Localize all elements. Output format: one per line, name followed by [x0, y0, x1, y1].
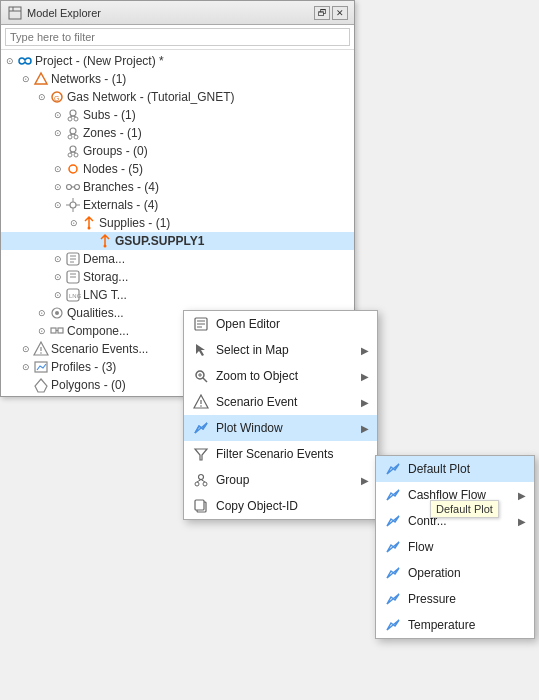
- svg-rect-44: [58, 328, 63, 333]
- tree-item-nodes[interactable]: ⊙ Nodes - (5): [1, 160, 354, 178]
- svg-text:G: G: [54, 95, 59, 102]
- window-title: Model Explorer: [27, 7, 101, 19]
- svg-point-7: [68, 117, 72, 121]
- lng-icon: LNG: [65, 287, 81, 303]
- submenu-item-pressure[interactable]: Pressure: [376, 586, 534, 612]
- tree-label-groups: Groups - (0): [83, 144, 148, 158]
- expand-gas-network[interactable]: ⊙: [35, 90, 49, 104]
- expand-storage[interactable]: ⊙: [51, 270, 65, 284]
- expand-profiles[interactable]: ⊙: [19, 360, 33, 374]
- copy-object-id-label: Copy Object-ID: [216, 499, 369, 513]
- svg-point-22: [67, 185, 72, 190]
- tree-label-supplies: Supplies - (1): [99, 216, 170, 230]
- storage-icon: [65, 269, 81, 285]
- svg-marker-50: [35, 379, 47, 392]
- svg-point-31: [104, 245, 107, 248]
- operation-icon: [384, 564, 402, 582]
- chart-icon: [192, 419, 210, 437]
- zoom-icon: [192, 367, 210, 385]
- svg-line-9: [70, 116, 73, 117]
- menu-item-select-in-map[interactable]: Select in Map ▶: [184, 337, 377, 363]
- temperature-label: Temperature: [408, 618, 526, 632]
- svg-line-19: [70, 152, 73, 153]
- svg-text:LNG: LNG: [69, 293, 81, 299]
- demand-icon: [65, 251, 81, 267]
- svg-marker-76: [387, 594, 399, 604]
- expand-networks[interactable]: ⊙: [19, 72, 33, 86]
- menu-item-plot-window[interactable]: Plot Window ▶: [184, 415, 377, 441]
- menu-item-filter-scenario[interactable]: Filter Scenario Events: [184, 441, 377, 467]
- group-arrow: ▶: [361, 475, 369, 486]
- expand-externals[interactable]: ⊙: [51, 198, 65, 212]
- tree-item-gas-network[interactable]: ⊙ G Gas Network - (Tutorial_GNET): [1, 88, 354, 106]
- submenu-item-operation[interactable]: Operation: [376, 560, 534, 586]
- tree-item-branches[interactable]: ⊙ Branches - (4): [1, 178, 354, 196]
- tree-item-subs[interactable]: ⊙ Subs - (1): [1, 106, 354, 124]
- tooltip-text: Default Plot: [436, 503, 493, 515]
- expand-nodes[interactable]: ⊙: [51, 162, 65, 176]
- infinity-icon: [17, 53, 33, 69]
- expand-supplies[interactable]: ⊙: [67, 216, 81, 230]
- tree-item-lng[interactable]: ⊙ LNG LNG T...: [1, 286, 354, 304]
- expand-project[interactable]: ⊙: [3, 54, 17, 68]
- subs-icon: [65, 107, 81, 123]
- expand-demand[interactable]: ⊙: [51, 252, 65, 266]
- close-button[interactable]: ✕: [332, 6, 348, 20]
- svg-point-66: [203, 482, 207, 486]
- svg-point-25: [70, 202, 76, 208]
- tree-item-supplies[interactable]: ⊙ Supplies - (1): [1, 214, 354, 232]
- externals-icon: [65, 197, 81, 213]
- operation-label: Operation: [408, 566, 526, 580]
- cursor-icon: [192, 341, 210, 359]
- svg-point-30: [88, 227, 91, 230]
- context-menu: Open Editor Select in Map ▶ Zoom to Obje…: [183, 310, 378, 520]
- plot-window-label: Plot Window: [216, 421, 355, 435]
- tree-item-storage[interactable]: ⊙ Storag...: [1, 268, 354, 286]
- tree-item-zones[interactable]: ⊙ Zones - (1): [1, 124, 354, 142]
- expand-branches[interactable]: ⊙: [51, 180, 65, 194]
- open-editor-label: Open Editor: [216, 317, 369, 331]
- tree-item-externals[interactable]: ⊙ Externals - (4): [1, 196, 354, 214]
- expand-components[interactable]: ⊙: [35, 324, 49, 338]
- tree-label-profiles: Profiles - (3): [51, 360, 116, 374]
- polygons-icon: [33, 377, 49, 393]
- submenu-item-default-plot[interactable]: Default Plot: [376, 456, 534, 482]
- tree-item-networks[interactable]: ⊙ Networks - (1): [1, 70, 354, 88]
- tree-label-storage: Storag...: [83, 270, 128, 284]
- scenario-event-arrow: ▶: [361, 397, 369, 408]
- tree-item-gsup-supply1[interactable]: ⊙ GSUP.SUPPLY1: [1, 232, 354, 250]
- svg-marker-73: [387, 516, 399, 526]
- svg-point-64: [199, 475, 204, 480]
- tooltip-default-plot: Default Plot: [430, 500, 499, 518]
- expand-subs[interactable]: ⊙: [51, 108, 65, 122]
- tree-label-networks: Networks - (1): [51, 72, 126, 86]
- expand-qualities[interactable]: ⊙: [35, 306, 49, 320]
- tree-item-demand[interactable]: ⊙ Dema...: [1, 250, 354, 268]
- menu-item-zoom-to-object[interactable]: Zoom to Object ▶: [184, 363, 377, 389]
- menu-item-scenario-event[interactable]: Scenario Event ▶: [184, 389, 377, 415]
- expand-lng[interactable]: ⊙: [51, 288, 65, 302]
- submenu-item-temperature[interactable]: Temperature: [376, 612, 534, 638]
- control-icon: [384, 512, 402, 530]
- tree-label-lng: LNG T...: [83, 288, 127, 302]
- tree-label-project: Project - (New Project) *: [35, 54, 164, 68]
- expand-scenario-events[interactable]: ⊙: [19, 342, 33, 356]
- branches-icon: [65, 179, 81, 195]
- menu-item-group[interactable]: Group ▶: [184, 467, 377, 493]
- svg-point-42: [55, 311, 59, 315]
- profiles-icon: [33, 359, 49, 375]
- tree-label-components: Compone...: [67, 324, 129, 338]
- title-buttons: 🗗 ✕: [314, 6, 348, 20]
- filter-bar: [1, 25, 354, 50]
- tree-item-project[interactable]: ⊙ Project - (New Project) *: [1, 52, 354, 70]
- qualities-icon: [49, 305, 65, 321]
- tree-item-groups[interactable]: ⊙ Groups - (0): [1, 142, 354, 160]
- menu-item-open-editor[interactable]: Open Editor: [184, 311, 377, 337]
- submenu-item-flow[interactable]: Flow: [376, 534, 534, 560]
- flow-label: Flow: [408, 540, 526, 554]
- menu-item-copy-object-id[interactable]: Copy Object-ID: [184, 493, 377, 519]
- restore-button[interactable]: 🗗: [314, 6, 330, 20]
- filter-input[interactable]: [5, 28, 350, 46]
- expand-zones[interactable]: ⊙: [51, 126, 65, 140]
- svg-marker-71: [387, 464, 399, 474]
